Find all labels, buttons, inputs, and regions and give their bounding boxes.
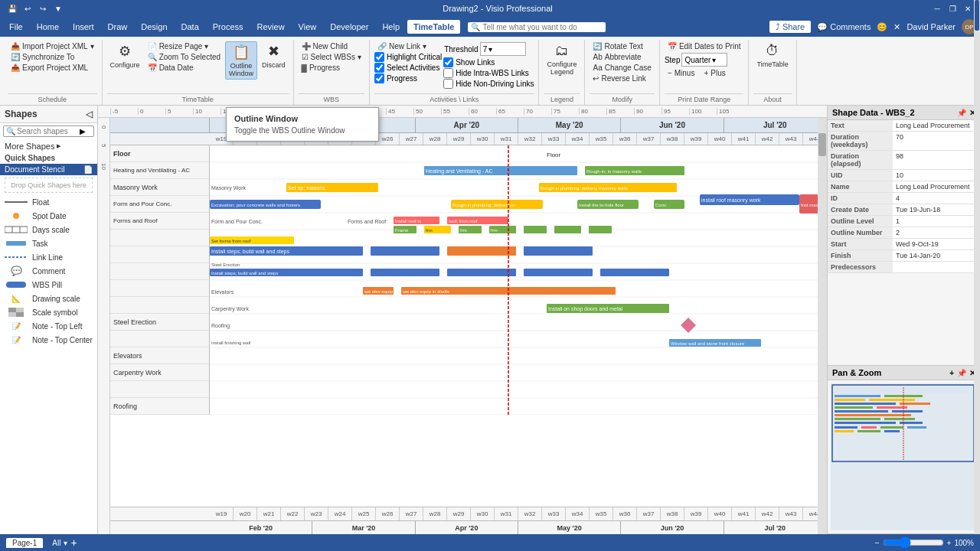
data-date-button[interactable]: 📅 Data Date [145,63,224,73]
menu-file[interactable]: File [3,20,29,34]
close-notify-icon[interactable]: ✕ [893,22,900,32]
configure-legend-button[interactable]: 🗂 ConfigureLegend [544,41,580,77]
redo-icon[interactable]: ↪ [37,2,49,15]
abbreviate-button[interactable]: Ab Abbreviate [590,52,654,62]
list-item[interactable]: 📝 Note - Top Center [0,333,97,347]
rotate-text-button[interactable]: 🔄 Rotate Text [590,41,654,51]
svg-text:Steel Erection: Steel Erection [211,262,240,267]
timetable-group-label: TimeTable [107,93,289,105]
close-button[interactable]: ✕ [962,2,974,15]
change-case-button[interactable]: Aa Change Case [590,63,654,73]
right-scroll-thumb[interactable] [975,0,979,31]
comments-button[interactable]: 💬 Comments [817,22,871,32]
list-item[interactable]: Spot Date [0,209,97,223]
ribbon-group-timetable: ⚙ Configure 📄 Resize Page ▾ 🔍 Zoom To Se… [103,40,294,105]
menu-help[interactable]: Help [376,20,406,34]
menu-process[interactable]: Process [207,20,250,34]
search-shapes-input[interactable] [17,127,78,135]
hide-intra-wbs-check[interactable]: Hide Intra-WBS Links [443,68,534,78]
add-page-button[interactable]: + [70,536,77,549]
list-item[interactable]: 📝 Note - Top Left [0,319,97,333]
resize-page-button[interactable]: 📄 Resize Page ▾ [145,41,224,51]
gantt-label-header [110,118,210,132]
plus-button[interactable]: + Plus [701,68,728,78]
table-row: Duration (elapsed)98 [828,151,980,170]
select-wbs-button[interactable]: ☑ Select WBSs ▾ [299,52,364,62]
timetable-about-button[interactable]: ⏱ TimeTable [753,41,791,70]
menu-timetable[interactable]: TimeTable [407,20,460,34]
list-item[interactable]: Float [0,195,97,209]
menu-insert[interactable]: Insert [67,20,100,34]
zoom-plus-icon[interactable]: + [947,539,952,547]
right-scrollbar[interactable] [974,0,980,534]
zoom-slider[interactable] [883,536,944,549]
canvas-area[interactable]: -5 0 5 10 15 20 25 30 35 40 45 50 55 60 … [98,106,827,534]
scroll-thumb[interactable] [818,133,826,156]
dropdown-icon: ▾ [90,42,94,51]
highlight-critical-check[interactable]: Highlight Critical [374,52,442,62]
pin-pan-icon[interactable]: 📌 [957,369,966,377]
customize-icon[interactable]: ▼ [52,2,64,15]
discard-button[interactable]: ✖ Discard [259,41,289,70]
menu-design[interactable]: Design [135,20,173,34]
list-item[interactable]: Link Line [0,250,97,264]
new-link-icon: 🔗 [377,42,387,51]
restore-button[interactable]: ❐ [946,2,959,15]
vertical-scrollbar[interactable] [818,118,827,534]
new-link-button[interactable]: 🔗 New Link ▾ [374,41,442,51]
hide-non-driving-check[interactable]: Hide Non-Driving Links [443,79,534,89]
gantt-month-row: Feb '20 Mar '20 Apr '20 May '20 Jun '20 … [110,118,827,133]
menu-draw[interactable]: Draw [102,20,134,34]
outline-window-button[interactable]: 📋 OutlineWindow [225,41,257,80]
share-button[interactable]: ⤴ Share [769,21,811,33]
menu-data[interactable]: Data [175,20,205,34]
menu-home[interactable]: Home [31,20,65,34]
list-item[interactable]: Task [0,236,97,250]
list-item[interactable]: Days scale [0,223,97,236]
new-child-button[interactable]: ➕ New Child [299,41,364,51]
minus-button[interactable]: − Minus [665,68,698,78]
edit-dates-button[interactable]: 📅 Edit Dates to Print [665,41,744,51]
progress-button[interactable]: ▓ Progress [299,63,364,73]
search-go-icon[interactable]: ▶ [80,127,86,135]
progress-check[interactable]: Progress [374,73,442,83]
undo-icon[interactable]: ↩ [21,2,34,15]
select-activities-check[interactable]: Select Activities [374,63,442,73]
zoom-minus-icon[interactable]: − [875,539,880,547]
svg-text:Form and Pour Conc.: Form and Pour Conc. [211,219,263,224]
export-project-xml-button[interactable]: 📤 Export Project XML [8,63,97,73]
search-input[interactable] [482,23,597,31]
pin-icon[interactable]: 📌 [957,109,966,117]
tooltip-description: Toggle the WBS Outline Window [234,126,371,135]
pan-zoom-canvas[interactable] [831,383,977,530]
menu-view[interactable]: View [292,20,323,34]
comments-icon: 💬 [817,22,828,32]
quick-shapes-label: Quick Shapes [0,152,97,164]
document-stencil[interactable]: Document Stencil 📄 [0,164,97,175]
gantt-canvas: Feb '20 Mar '20 Apr '20 May '20 Jun '20 … [110,118,827,534]
import-project-xml-button[interactable]: 📥 Import Project XML ▾ [8,41,97,51]
save-icon[interactable]: 💾 [6,2,18,15]
synchronize-to-button[interactable]: 🔄 Synchronize To [8,52,97,62]
more-shapes-button[interactable]: More Shapes ▸ [0,139,97,152]
svg-rect-62 [589,226,612,233]
collapse-icon[interactable]: ◁ [86,109,93,119]
list-item[interactable]: WBS Pill [0,278,97,292]
list-item[interactable]: Scale symbol [0,305,97,319]
menu-review[interactable]: Review [251,20,291,34]
dropdown-pages-icon[interactable]: ▾ [64,539,67,547]
zoom-to-selected-button[interactable]: 🔍 Zoom To Selected [145,52,224,62]
threshold-combo[interactable]: 7 ▾ [480,42,526,56]
page-tab-1[interactable]: Page-1 [6,538,43,548]
search-icon: 🔍 [471,23,480,31]
pan-zoom-panel: Pan & Zoom + 📌 ✕ [828,366,980,534]
menu-developer[interactable]: Developer [324,20,374,34]
step-combo[interactable]: Quarter ▾ [681,53,727,67]
minimize-button[interactable]: ─ [931,2,943,15]
list-item[interactable]: 📐 Drawing scale [0,292,97,305]
configure-button[interactable]: ⚙ Configure [107,41,143,70]
reverse-link-button[interactable]: ↩ Reverse Link [590,73,654,83]
show-links-check[interactable]: Show Links [443,57,534,67]
plus-pan-icon[interactable]: + [949,369,954,377]
list-item[interactable]: 💬 Comment [0,264,97,278]
